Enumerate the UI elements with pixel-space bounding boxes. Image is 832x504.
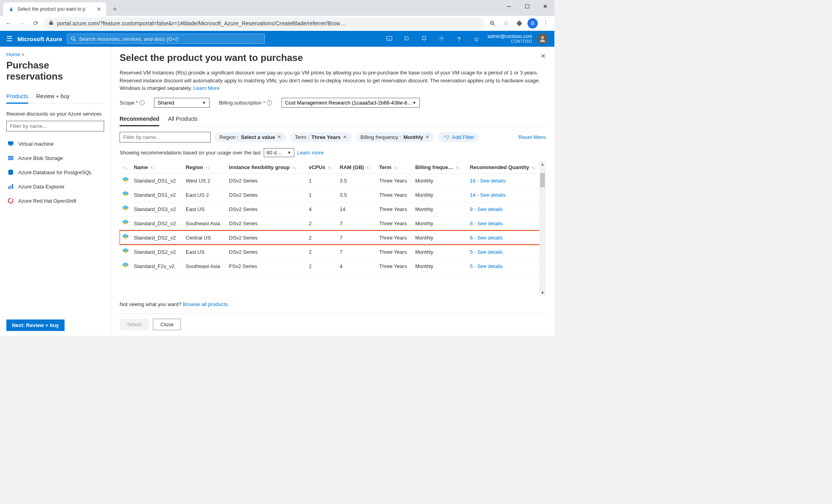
- table-row[interactable]: Standard_DS1_v2West US 2DSv2 Series13.5T…: [120, 173, 546, 188]
- service-blob-storage[interactable]: Azure Blob Storage: [6, 152, 104, 164]
- filter-pill-frequency[interactable]: Billing frequency : Monthly ✕: [356, 132, 434, 142]
- svg-rect-23: [124, 208, 127, 210]
- feedback-icon[interactable]: ☺: [470, 36, 483, 42]
- pill-remove-icon[interactable]: ✕: [343, 134, 347, 140]
- learn-more-link[interactable]: Learn More: [193, 85, 219, 91]
- next-review-buy-button[interactable]: Next: Review + buy: [6, 320, 65, 331]
- service-label: Azure Data Explorer: [18, 184, 65, 190]
- window-close[interactable]: ✕: [536, 0, 554, 13]
- help-icon[interactable]: ?: [453, 36, 465, 42]
- new-tab-button[interactable]: +: [109, 4, 120, 15]
- table-row[interactable]: Standard_DS1_v2East US 2DSv2 Series13.5T…: [120, 188, 546, 202]
- add-filter-button[interactable]: ⁺▽ Add Filter: [438, 132, 479, 142]
- usage-period-select[interactable]: 60 d… ▼: [264, 148, 294, 157]
- cell-flex: DSv2 Series: [227, 202, 306, 216]
- scope-select[interactable]: Shared ▼: [154, 98, 209, 108]
- col-recommended-qty[interactable]: Recommended Quantity ↑↓: [468, 161, 546, 174]
- service-openshift[interactable]: Azure Red Hat OpenShift: [6, 195, 104, 207]
- col-region[interactable]: Region ↑↓: [183, 161, 227, 174]
- sort-icon[interactable]: ↑↓: [123, 165, 127, 170]
- info-icon[interactable]: i: [267, 100, 272, 105]
- zoom-icon[interactable]: [487, 18, 498, 29]
- filter-pill-region[interactable]: Region : Select a value ✕: [215, 132, 286, 142]
- profile-badge[interactable]: B: [527, 18, 538, 29]
- rec-learn-more-link[interactable]: Learn more: [297, 150, 324, 156]
- reset-filters-link[interactable]: Reset filters: [518, 134, 546, 140]
- scrollbar-thumb[interactable]: [540, 173, 545, 187]
- hamburger-menu-icon[interactable]: ☰: [6, 34, 13, 43]
- col-billing-freq[interactable]: Billing freque… ↑↓: [413, 161, 467, 174]
- address-bar[interactable]: portal.azure.com/?feature.customportal=f…: [44, 17, 485, 29]
- tab-all-products[interactable]: All Products: [168, 116, 198, 126]
- user-email: admin@contoso.com: [487, 34, 532, 39]
- col-flex-group[interactable]: Instance flexibility group ↑↓: [227, 161, 306, 174]
- azure-search[interactable]: [67, 34, 265, 44]
- browser-tab[interactable]: Select the product you want to p ✕: [3, 2, 106, 16]
- service-postgresql[interactable]: Azure Database for PostgreSQL: [6, 166, 104, 178]
- breadcrumb-home[interactable]: Home: [6, 51, 20, 57]
- azure-favicon-icon: [8, 6, 14, 12]
- left-filter-input[interactable]: [6, 121, 104, 131]
- col-ram[interactable]: RAM (GB) ↑↓: [337, 161, 377, 174]
- browser-menu-icon[interactable]: ⋮: [540, 18, 551, 29]
- left-tabs: Products Review + buy: [6, 93, 104, 104]
- back-button[interactable]: ←: [3, 18, 14, 29]
- tab-products[interactable]: Products: [6, 93, 28, 104]
- cell-qty-link[interactable]: 8 - See details: [468, 216, 546, 230]
- scroll-down-arrow-icon[interactable]: ▼: [539, 289, 546, 296]
- cell-qty-link[interactable]: 5 - See details: [468, 259, 546, 273]
- scroll-up-arrow-icon[interactable]: ▲: [539, 161, 546, 167]
- cell-qty-link[interactable]: 16 - See details: [468, 173, 546, 188]
- cell-qty-link[interactable]: 6 - See details: [468, 230, 546, 245]
- breadcrumb[interactable]: Home >: [6, 51, 104, 57]
- azure-search-input[interactable]: [79, 36, 261, 42]
- forward-button[interactable]: →: [17, 18, 28, 29]
- col-name[interactable]: Name ↑↓: [131, 161, 183, 174]
- product-filter-input[interactable]: [120, 132, 211, 143]
- pill-remove-icon[interactable]: ✕: [277, 134, 281, 140]
- notifications-icon[interactable]: [418, 35, 430, 43]
- col-term[interactable]: Term ↑↓: [377, 161, 413, 174]
- billing-subscription-select[interactable]: Cost Management Research (1caaa5a3-2b66-…: [282, 98, 420, 108]
- filter-pill-term[interactable]: Term : Three Years ✕: [290, 132, 352, 142]
- reload-button[interactable]: ⟳: [30, 18, 41, 29]
- window-minimize[interactable]: ─: [500, 0, 518, 13]
- cell-region: Southeast Asia: [183, 259, 227, 273]
- extensions-icon[interactable]: [514, 18, 525, 29]
- col-vcpus[interactable]: vCPUs ↑↓: [307, 161, 337, 174]
- bookmark-star-icon[interactable]: ☆: [501, 18, 512, 29]
- cloud-shell-icon[interactable]: [383, 35, 396, 43]
- pill-label: Region :: [219, 134, 238, 140]
- pill-remove-icon[interactable]: ✕: [425, 134, 429, 140]
- user-account[interactable]: admin@contoso.com CONTOSO: [487, 34, 532, 44]
- service-data-explorer[interactable]: Azure Data Explorer: [6, 181, 104, 192]
- cell-qty-link[interactable]: 14 - See details: [468, 188, 546, 202]
- directories-icon[interactable]: [400, 35, 413, 43]
- close-button[interactable]: Close: [153, 319, 181, 330]
- window-maximize[interactable]: ☐: [518, 0, 536, 13]
- cell-freq: Monthly: [413, 216, 467, 230]
- lock-icon: [48, 20, 54, 27]
- table-row[interactable]: Standard_DS2_v2Southeast AsiaDSv2 Series…: [120, 216, 546, 230]
- table-row[interactable]: Standard_DS2_v2Central USDSv2 Series27Th…: [120, 230, 546, 245]
- cell-qty-link[interactable]: 5 - See details: [468, 245, 546, 259]
- browse-all-link[interactable]: Browse all products.: [183, 301, 229, 307]
- cell-vcpus: 2: [307, 259, 337, 273]
- info-icon[interactable]: i: [139, 100, 145, 105]
- required-asterisk: *: [136, 100, 138, 106]
- tab-recommended[interactable]: Recommended: [120, 116, 159, 126]
- tab-close-icon[interactable]: ✕: [97, 6, 101, 12]
- scrollbar-track[interactable]: ▲ ▼: [539, 161, 546, 296]
- tab-review-buy[interactable]: Review + buy: [36, 93, 69, 103]
- pill-label: Term :: [295, 134, 309, 140]
- table-row[interactable]: Standard_DS3_v2East USDSv2 Series414Thre…: [120, 202, 546, 216]
- azure-brand[interactable]: Microsoft Azure: [17, 36, 62, 42]
- select-button[interactable]: Select: [120, 319, 149, 330]
- table-row[interactable]: Standard_DS2_v2East USDSv2 Series27Three…: [120, 245, 546, 259]
- blade-close-icon[interactable]: ✕: [541, 52, 546, 60]
- avatar[interactable]: [537, 33, 548, 44]
- service-virtual-machine[interactable]: Virtual machine: [6, 138, 104, 150]
- cell-qty-link[interactable]: 9 - See details: [468, 202, 546, 216]
- settings-gear-icon[interactable]: [435, 35, 448, 43]
- table-row[interactable]: Standard_F2s_v2Southeast AsiaFSv2 Series…: [120, 259, 546, 273]
